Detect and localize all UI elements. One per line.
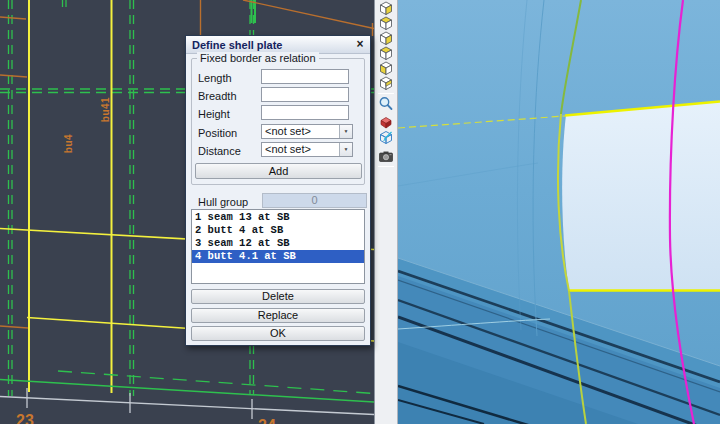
butt-vertical-lines [29,0,112,393]
zoom-button[interactable] [375,96,397,111]
view-cube-3-icon [378,31,394,46]
snapshot-camera-icon [378,149,394,164]
delete-solid-icon [378,115,394,130]
delete-solid-button[interactable] [375,115,397,130]
butt-label-bu4: bu4 [63,134,74,153]
length-label: Length [198,72,232,84]
frame-ruler [0,388,374,419]
view-cube-1-button[interactable] [375,1,397,16]
replace-button[interactable]: Replace [191,308,365,323]
view-cube-1-icon [378,1,394,16]
close-icon[interactable]: × [353,38,367,52]
position-dropdown[interactable]: <not set> ▼ [261,124,353,139]
view-toolbar [374,0,398,424]
butt-label-bu41: bu41 [100,97,111,122]
chevron-down-icon[interactable]: ▼ [339,143,352,156]
list-item[interactable]: 3 seam 12 at SB [192,237,364,250]
frame-number-23: 23 [16,412,34,424]
add-button[interactable]: Add [195,163,362,179]
wireframe-cube-icon [378,130,394,145]
position-label: Position [198,127,237,139]
distance-label: Distance [198,145,241,157]
hull-3d-scene [398,0,720,424]
view-cube-2-icon [378,16,394,31]
dialog-title: Define shell plate [192,39,282,51]
zoom-magnifier-icon [378,96,394,111]
view-cube-4-icon [378,46,394,61]
view-cube-3-button[interactable] [375,31,397,46]
distance-value: <not set> [265,143,311,156]
snapshot-button[interactable] [375,149,397,164]
height-field[interactable] [261,105,349,120]
ok-button[interactable]: OK [191,326,365,341]
toolbar-separator [378,166,394,167]
hull-group-label: Hull group [198,196,248,208]
position-value: <not set> [265,125,311,138]
list-item[interactable]: 1 seam 13 at SB [192,211,364,224]
breadth-label: Breadth [198,90,237,102]
right-3d-view[interactable] [398,0,720,424]
selected-shell-plate [562,101,720,290]
delete-button[interactable]: Delete [191,289,365,304]
groupbox-label: Fixed border as relation [197,52,319,64]
frame-number-24: 24 [258,417,276,424]
app-window: bu4 bu41 23 24 [0,0,720,424]
border-list[interactable]: 1 seam 13 at SB 2 butt 4 at SB 3 seam 12… [191,209,365,284]
view-cube-2-button[interactable] [375,16,397,31]
breadth-field[interactable] [261,87,349,102]
define-shell-plate-dialog: Define shell plate × Fixed border as rel… [185,35,371,346]
height-label: Height [198,108,230,120]
toolbar-separator [378,93,394,94]
list-item[interactable]: 2 butt 4 at SB [192,224,364,237]
wireframe-cube-button[interactable] [375,130,397,145]
view-cube-4-button[interactable] [375,46,397,61]
chevron-down-icon[interactable]: ▼ [339,125,352,138]
view-cube-6-button[interactable] [375,76,397,91]
distance-dropdown[interactable]: <not set> ▼ [261,142,353,157]
view-cube-5-icon [378,61,394,76]
view-cube-5-button[interactable] [375,61,397,76]
hull-bottom-dashed-line [58,371,374,394]
view-cube-6-icon [378,76,394,91]
length-field[interactable] [261,69,349,84]
hull-group-field: 0 [262,193,367,208]
list-item-selected[interactable]: 4 butt 4.1 at SB [192,250,364,263]
